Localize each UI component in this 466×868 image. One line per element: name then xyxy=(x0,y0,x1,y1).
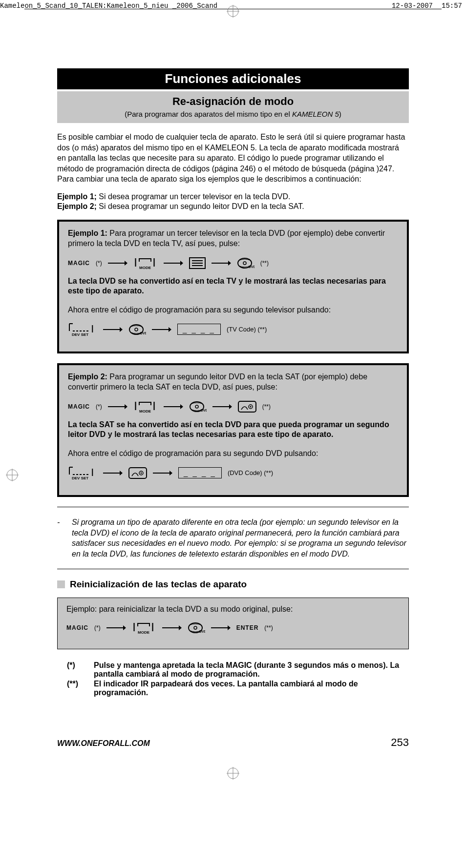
dstar-note: (**) xyxy=(260,260,269,267)
arrow-icon xyxy=(106,625,126,631)
example-1-text2: Ahora entre el código de programación pa… xyxy=(68,305,398,315)
example-2-sequence-1: MAGIC (*) |MODE| DVD (**) xyxy=(68,399,398,414)
magic-label: MAGIC xyxy=(66,624,88,631)
arrow-icon xyxy=(152,327,171,332)
svg-marker-61 xyxy=(123,625,126,630)
dvd-icon: DVD xyxy=(237,257,254,269)
svg-point-49 xyxy=(250,406,251,407)
footnotes: (*) Pulse y mantenga apretada la tecla M… xyxy=(67,661,409,697)
enter-label: ENTER xyxy=(236,624,259,631)
svg-point-57 xyxy=(141,472,142,474)
reset-heading-text: Reinicialización de las teclas de aparat… xyxy=(70,579,247,590)
svg-text:|: | xyxy=(134,400,137,410)
separator xyxy=(57,507,409,507)
svg-marker-66 xyxy=(179,625,182,630)
ex2-label: Ejemplo 2; xyxy=(57,202,97,210)
code-box: _ _ _ _ xyxy=(177,324,221,335)
sub-note: (Para programar dos aparatos del mismo t… xyxy=(57,110,409,118)
sub-title: Re-asignación de modo xyxy=(57,95,409,108)
reset-text: Ejemplo: para reinicializar la tecla DVD… xyxy=(66,605,400,614)
svg-text:DVD: DVD xyxy=(201,409,207,412)
sub-note-suffix: ) xyxy=(339,110,341,118)
arrow-icon xyxy=(164,260,183,266)
svg-text:|: | xyxy=(153,257,155,267)
svg-point-43 xyxy=(195,405,198,408)
code-label: (TV Code) (**) xyxy=(227,326,267,333)
example-1-text: Para programar un tercer televisor en la… xyxy=(68,229,385,248)
ex2-text: Si desea programar un segundo leitor DVD… xyxy=(97,202,304,210)
example-2-box: Ejemplo 2: Para programar un segundo lei… xyxy=(57,363,409,497)
crop-time: 15:57 xyxy=(442,2,462,10)
sub-note-prefix: (Para programar dos aparatos del mismo t… xyxy=(125,110,292,118)
footnote-dstar-text: El indicador IR parpadeará dos veces. La… xyxy=(94,680,409,697)
section-title-bar: Funciones adicionales xyxy=(57,68,409,89)
svg-text:DVD: DVD xyxy=(199,630,205,633)
svg-marker-34 xyxy=(169,327,171,332)
note-dash: - xyxy=(57,517,72,559)
star-note: (*) xyxy=(96,403,102,410)
star-note: (*) xyxy=(96,260,102,267)
code-box: _ _ _ _ xyxy=(178,467,222,478)
arrow-icon xyxy=(103,470,123,476)
svg-text:|: | xyxy=(91,468,93,476)
star-note: (*) xyxy=(94,624,101,631)
example-1-sequence-2: DEV SET| DVD _ _ _ _ (TV Code) (**) xyxy=(68,322,398,337)
svg-marker-10 xyxy=(125,261,127,266)
separator xyxy=(57,569,409,569)
square-bullet-icon xyxy=(57,580,65,588)
arrow-icon xyxy=(108,404,127,410)
example-2-text2: Ahora entre el código de programación pa… xyxy=(68,449,398,459)
svg-text:DVD: DVD xyxy=(249,265,254,269)
note-text: Si programa un tipo de aparato diferente… xyxy=(72,517,409,559)
footnote-dstar-mark: (**) xyxy=(67,680,94,697)
crop-mark-left xyxy=(6,469,19,485)
magic-label: MAGIC xyxy=(68,260,90,267)
example-1-box: Ejemplo 1: Para programar un tercer tele… xyxy=(57,220,409,353)
svg-marker-21 xyxy=(228,261,231,266)
reset-sequence: MAGIC (*) |MODE| DVD ENTER (**) xyxy=(66,620,400,635)
svg-text:DEV SET: DEV SET xyxy=(72,332,88,337)
devset-icon: DEV SET| xyxy=(68,466,97,480)
page-number: 253 xyxy=(391,736,409,749)
svg-marker-46 xyxy=(229,404,232,409)
mode-icon: |MODE| xyxy=(132,620,156,635)
dvd-icon: DVD xyxy=(128,324,146,335)
svg-text:|: | xyxy=(134,257,137,267)
devset-icon: DEV SET| xyxy=(68,322,97,337)
examples-intro: Ejemplo 1; Si desea programar un tercer … xyxy=(57,192,409,211)
magic-label: MAGIC xyxy=(68,403,90,410)
svg-marker-59 xyxy=(169,471,172,475)
tv-icon xyxy=(189,257,206,269)
example-1-sequence-1: MAGIC (*) |MODE| DVD (**) xyxy=(68,256,398,270)
footnote-star-mark: (*) xyxy=(67,661,94,679)
svg-text:|: | xyxy=(153,400,155,410)
mode-icon: |MODE| xyxy=(133,399,158,414)
svg-marker-15 xyxy=(180,261,183,266)
footer-url: WWW.ONEFORALL.COM xyxy=(57,739,150,748)
arrow-icon xyxy=(162,625,182,631)
arrow-icon xyxy=(211,625,231,631)
crop-mark-bottom xyxy=(227,767,239,783)
svg-text:MODE: MODE xyxy=(139,266,151,270)
example-2-text: Para programar un segundo leitor DVD en … xyxy=(68,372,367,391)
note-block: - Si programa un tipo de aparato diferen… xyxy=(57,517,409,559)
svg-marker-71 xyxy=(228,625,231,630)
example-2-result: La tecla SAT se ha convertido así en tec… xyxy=(68,420,398,440)
footnote-star-text: Pulse y mantenga apretada la tecla MAGIC… xyxy=(94,661,409,679)
reset-box: Ejemplo: para reinicializar la tecla DVD… xyxy=(57,598,409,649)
example-1-result: La tecla DVD se ha convertido así en tec… xyxy=(68,276,398,297)
arrow-icon xyxy=(103,327,123,332)
svg-point-31 xyxy=(135,328,138,331)
ex1-text: Si desea programar un tercer televisor e… xyxy=(97,192,291,201)
svg-marker-29 xyxy=(120,327,123,332)
arrow-icon xyxy=(153,470,172,476)
page-content: Funciones adicionales Re-asignación de m… xyxy=(57,68,409,749)
dvd-icon: DVD xyxy=(188,622,205,634)
svg-text:DEV SET: DEV SET xyxy=(72,476,88,480)
mode-icon: |MODE| xyxy=(133,256,158,270)
arrow-icon xyxy=(212,404,232,410)
svg-rect-47 xyxy=(238,401,256,412)
sub-title-bar: Re-asignación de modo (Para programar do… xyxy=(57,91,409,123)
svg-rect-55 xyxy=(129,468,147,478)
sat-icon xyxy=(238,401,256,413)
